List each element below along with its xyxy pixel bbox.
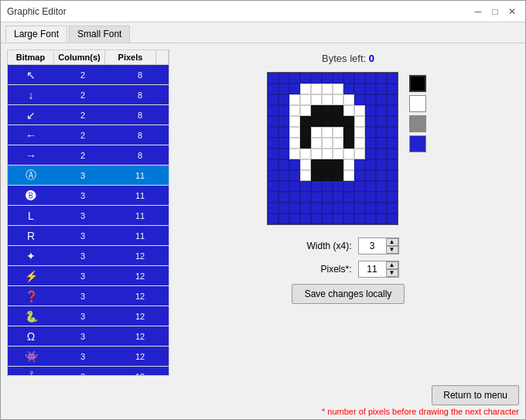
- table-row[interactable]: Ⓐ311: [8, 166, 169, 186]
- pixel-cell[interactable]: [365, 192, 376, 203]
- pixel-cell[interactable]: [343, 203, 354, 213]
- pixel-cell[interactable]: [333, 181, 343, 192]
- pixel-cell[interactable]: [278, 116, 289, 127]
- pixel-cell[interactable]: [333, 116, 343, 127]
- table-row[interactable]: ←28: [8, 125, 169, 145]
- pixel-cell[interactable]: [376, 170, 387, 181]
- pixel-cell[interactable]: [311, 203, 322, 213]
- pixel-cell[interactable]: [322, 203, 333, 213]
- pixel-cell[interactable]: [289, 181, 300, 192]
- pixel-cell[interactable]: [387, 213, 398, 224]
- pixel-cell[interactable]: [343, 149, 354, 159]
- pixel-cell[interactable]: [354, 138, 365, 149]
- pixel-cell[interactable]: [268, 181, 278, 192]
- pixel-cell[interactable]: [322, 170, 333, 181]
- color-gray[interactable]: [409, 115, 426, 132]
- table-row[interactable]: R311: [8, 226, 169, 246]
- pixel-cell[interactable]: [278, 192, 289, 203]
- pixel-cell[interactable]: [354, 192, 365, 203]
- pixel-cell[interactable]: [322, 84, 333, 94]
- pixel-cell[interactable]: [387, 192, 398, 203]
- table-row[interactable]: ❓312: [8, 286, 169, 306]
- tab-small-font[interactable]: Small Font: [69, 26, 130, 43]
- pixel-cell[interactable]: [376, 192, 387, 203]
- pixel-cell[interactable]: [278, 84, 289, 94]
- table-row[interactable]: 🐍312: [8, 306, 169, 326]
- pixel-cell[interactable]: [322, 73, 333, 84]
- pixel-cell[interactable]: [278, 203, 289, 213]
- pixel-cell[interactable]: [376, 116, 387, 127]
- pixel-cell[interactable]: [289, 213, 300, 224]
- pixel-cell[interactable]: [289, 84, 300, 94]
- save-button[interactable]: Save changes locally: [292, 284, 405, 304]
- pixel-cell[interactable]: [333, 138, 343, 149]
- pixels-input[interactable]: [359, 262, 386, 276]
- pixel-cell[interactable]: [333, 170, 343, 181]
- pixel-cell[interactable]: [343, 181, 354, 192]
- pixel-cell[interactable]: [289, 149, 300, 159]
- pixel-cell[interactable]: [311, 159, 322, 170]
- table-row[interactable]: ✦312: [8, 246, 169, 266]
- pixel-cell[interactable]: [333, 192, 343, 203]
- pixel-cell[interactable]: [333, 105, 343, 116]
- table-row[interactable]: Ω312: [8, 326, 169, 347]
- pixel-cell[interactable]: [376, 159, 387, 170]
- pixel-cell[interactable]: [322, 159, 333, 170]
- pixel-cell[interactable]: [343, 170, 354, 181]
- pixel-cell[interactable]: [333, 203, 343, 213]
- pixel-cell[interactable]: [311, 149, 322, 159]
- pixel-cell[interactable]: [365, 181, 376, 192]
- pixel-cell[interactable]: [376, 127, 387, 138]
- pixel-cell[interactable]: [365, 159, 376, 170]
- pixel-cell[interactable]: [311, 127, 322, 138]
- table-row[interactable]: 👾312: [8, 347, 169, 367]
- pixel-cell[interactable]: [300, 116, 311, 127]
- pixel-cell[interactable]: [376, 94, 387, 105]
- pixel-cell[interactable]: [322, 149, 333, 159]
- pixel-cell[interactable]: [365, 138, 376, 149]
- pixel-cell[interactable]: [289, 192, 300, 203]
- table-row[interactable]: ⚓312: [8, 367, 169, 375]
- pixel-cell[interactable]: [322, 192, 333, 203]
- pixel-cell[interactable]: [343, 159, 354, 170]
- pixel-cell[interactable]: [365, 94, 376, 105]
- pixel-cell[interactable]: [278, 181, 289, 192]
- pixel-cell[interactable]: [289, 203, 300, 213]
- maximize-button[interactable]: □: [488, 5, 502, 19]
- pixel-cell[interactable]: [322, 105, 333, 116]
- pixel-cell[interactable]: [268, 73, 278, 84]
- pixel-cell[interactable]: [343, 94, 354, 105]
- width-spin-up[interactable]: ▲: [386, 238, 398, 246]
- pixel-cell[interactable]: [387, 116, 398, 127]
- pixel-cell[interactable]: [322, 116, 333, 127]
- pixel-cell[interactable]: [376, 149, 387, 159]
- pixel-cell[interactable]: [300, 159, 311, 170]
- width-input[interactable]: [359, 239, 386, 253]
- minimize-button[interactable]: ─: [471, 5, 485, 19]
- pixel-cell[interactable]: [343, 73, 354, 84]
- pixel-cell[interactable]: [268, 203, 278, 213]
- pixel-cell[interactable]: [289, 127, 300, 138]
- pixel-cell[interactable]: [354, 116, 365, 127]
- pixel-cell[interactable]: [268, 213, 278, 224]
- pixels-spin-down[interactable]: ▼: [386, 269, 398, 277]
- pixel-cell[interactable]: [365, 127, 376, 138]
- pixel-cell[interactable]: [333, 159, 343, 170]
- pixel-cell[interactable]: [268, 94, 278, 105]
- pixel-cell[interactable]: [354, 127, 365, 138]
- pixel-cell[interactable]: [268, 149, 278, 159]
- pixel-cell[interactable]: [278, 94, 289, 105]
- pixel-cell[interactable]: [343, 105, 354, 116]
- table-row[interactable]: L311: [8, 206, 169, 226]
- color-blue[interactable]: [409, 135, 426, 152]
- pixel-cell[interactable]: [289, 159, 300, 170]
- pixel-cell[interactable]: [376, 138, 387, 149]
- pixel-cell[interactable]: [311, 213, 322, 224]
- table-row[interactable]: ↖28: [8, 65, 169, 85]
- pixel-cell[interactable]: [376, 213, 387, 224]
- pixel-cell[interactable]: [300, 127, 311, 138]
- pixel-cell[interactable]: [278, 149, 289, 159]
- pixel-cell[interactable]: [387, 149, 398, 159]
- pixel-cell[interactable]: [343, 192, 354, 203]
- pixel-cell[interactable]: [278, 159, 289, 170]
